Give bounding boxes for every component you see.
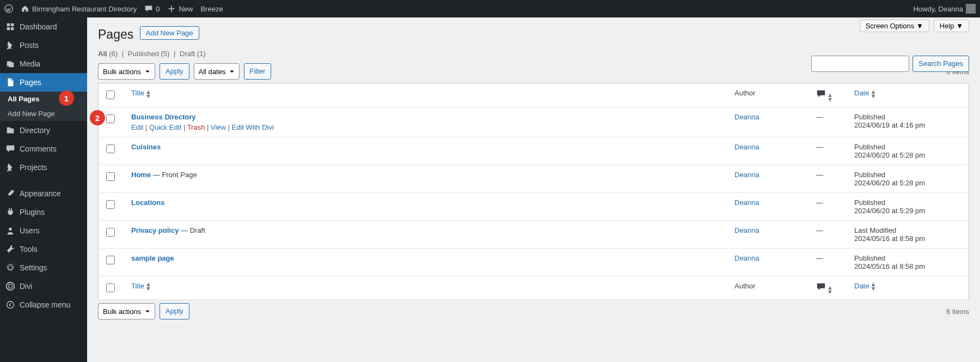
page-title-link[interactable]: Business Directory <box>131 113 196 121</box>
dashboard-icon <box>5 22 15 32</box>
apply-button-bottom[interactable]: Apply <box>160 303 189 319</box>
plus-icon <box>167 4 176 13</box>
author-link[interactable]: Deanna <box>734 198 759 207</box>
new-label: New <box>179 5 193 13</box>
search-input[interactable] <box>811 56 909 72</box>
row-date: Published2024/06/20 at 5:29 pm <box>849 192 969 220</box>
row-date: Published2024/06/20 at 5:28 pm <box>849 165 969 192</box>
bulk-actions-select-bottom[interactable]: Bulk actions <box>98 303 155 319</box>
filter-published[interactable]: Published (5) <box>128 50 170 58</box>
apply-button-top[interactable]: Apply <box>160 63 189 80</box>
plug-icon <box>5 207 15 217</box>
row-checkbox[interactable] <box>106 256 115 264</box>
submenu-item[interactable]: All Pages <box>0 92 87 106</box>
sort-title-bottom[interactable]: Title▲▼ <box>131 282 151 290</box>
help-button[interactable]: Help ▼ <box>934 20 969 32</box>
menu-settings[interactable]: Settings <box>0 258 87 277</box>
menu-tools[interactable]: Tools <box>0 240 87 258</box>
select-all-top[interactable] <box>106 90 115 99</box>
row-view[interactable]: View <box>211 123 226 131</box>
author-link[interactable]: Deanna <box>734 171 759 179</box>
date-filter-select[interactable]: All dates <box>194 63 240 80</box>
menu-collapse[interactable]: Collapse menu <box>0 295 87 314</box>
row-checkbox[interactable] <box>106 144 115 153</box>
wp-logo[interactable] <box>4 4 13 13</box>
comments-column-icon[interactable]: ▲▼ <box>816 92 833 100</box>
user-icon <box>5 226 15 236</box>
page-suffix: — Front Page <box>151 171 197 179</box>
row-trash[interactable]: Trash <box>187 123 205 131</box>
comments-link[interactable]: 0 <box>144 4 160 13</box>
comments-count: 0 <box>156 5 160 13</box>
submenu-item[interactable]: Add New Page <box>0 106 87 121</box>
sort-date-top[interactable]: Date▲▼ <box>854 89 876 97</box>
new-content[interactable]: New <box>167 4 193 13</box>
select-all-bottom[interactable] <box>106 283 115 292</box>
settings-icon <box>5 263 15 273</box>
svg-point-1 <box>9 228 11 231</box>
filter-all[interactable]: All (6) <box>98 50 118 58</box>
howdy-account[interactable]: Howdy, Deanna <box>913 4 976 14</box>
pin-icon <box>5 162 15 172</box>
screen-options-button[interactable]: Screen Options ▼ <box>860 20 929 32</box>
menu-plugins[interactable]: Plugins <box>0 203 87 221</box>
menu-projects[interactable]: Projects <box>0 158 87 177</box>
author-link[interactable]: Deanna <box>734 113 759 121</box>
comment-icon <box>144 4 153 13</box>
menu-directory[interactable]: Directory <box>0 121 87 140</box>
page-title-link[interactable]: Privacy policy <box>131 226 179 234</box>
breeze-link[interactable]: Breeze <box>200 5 223 13</box>
filter-button[interactable]: Filter <box>244 63 272 80</box>
row-quick-edit[interactable]: Quick Edit <box>149 123 181 131</box>
page-title: Pages <box>98 27 133 42</box>
brush-icon <box>5 189 15 198</box>
menu-users[interactable]: Users <box>0 221 87 240</box>
menu-label: Projects <box>20 163 47 172</box>
row-comments: — <box>811 165 849 192</box>
home-icon <box>21 4 29 13</box>
menu-dashboard[interactable]: Dashboard <box>0 17 87 36</box>
table-row: Business DirectoryEdit | Quick Edit | Tr… <box>99 107 969 137</box>
page-title-link[interactable]: Locations <box>131 198 164 207</box>
pages-table: Title▲▼ Author ▲▼ Date▲▼ Business Direct… <box>98 83 969 300</box>
menu-appearance[interactable]: Appearance <box>0 184 87 203</box>
bulk-actions-select-top[interactable]: Bulk actions <box>98 63 155 80</box>
page-title-link[interactable]: sample page <box>131 254 174 262</box>
add-new-page-button[interactable]: Add New Page <box>140 26 199 40</box>
row-edit-divi[interactable]: Edit With Divi <box>232 123 274 131</box>
row-date: Published2024/06/19 at 4:16 pm <box>849 107 969 137</box>
content-area: Screen Options ▼ Help ▼ Pages Add New Pa… <box>87 17 980 362</box>
admin-toolbar: Birmingham Restaurant Directory 0 New Br… <box>0 0 980 17</box>
row-checkbox[interactable] <box>106 200 115 209</box>
menu-divi[interactable]: Divi <box>0 277 87 295</box>
page-title-link[interactable]: Cuisines <box>131 143 161 151</box>
filter-draft[interactable]: Draft (1) <box>180 50 206 58</box>
site-link[interactable]: Birmingham Restaurant Directory <box>21 4 137 13</box>
comment-icon <box>5 144 15 154</box>
row-actions: Edit | Quick Edit | Trash | View | Edit … <box>131 123 724 131</box>
tools-icon <box>5 244 15 254</box>
author-link[interactable]: Deanna <box>734 143 759 151</box>
table-row: CuisinesDeanna—Published2024/06/20 at 5:… <box>99 137 969 165</box>
page-title-link[interactable]: Home <box>131 171 151 179</box>
row-edit[interactable]: Edit <box>131 123 143 131</box>
sort-title-top[interactable]: Title▲▼ <box>131 89 151 97</box>
author-link[interactable]: Deanna <box>734 254 759 262</box>
menu-pages[interactable]: Pages <box>0 73 87 92</box>
collapse-icon <box>5 300 15 310</box>
svg-point-0 <box>5 5 13 13</box>
sort-date-bottom[interactable]: Date▲▼ <box>854 282 876 290</box>
menu-posts[interactable]: Posts <box>0 36 87 55</box>
author-link[interactable]: Deanna <box>734 226 759 234</box>
menu-comments[interactable]: Comments <box>0 140 87 158</box>
row-checkbox[interactable] <box>106 228 115 237</box>
page-suffix: — Draft <box>179 226 205 234</box>
row-checkbox[interactable] <box>106 172 115 181</box>
table-row: Home — Front PageDeanna—Published2024/06… <box>99 165 969 192</box>
row-checkbox[interactable] <box>106 114 115 123</box>
search-pages-button[interactable]: Search Pages <box>912 56 969 72</box>
items-count-bottom: 6 items <box>946 307 969 316</box>
menu-media[interactable]: Media <box>0 55 87 73</box>
comments-column-icon-bottom[interactable]: ▲▼ <box>816 285 833 293</box>
menu-label: Media <box>20 59 40 68</box>
